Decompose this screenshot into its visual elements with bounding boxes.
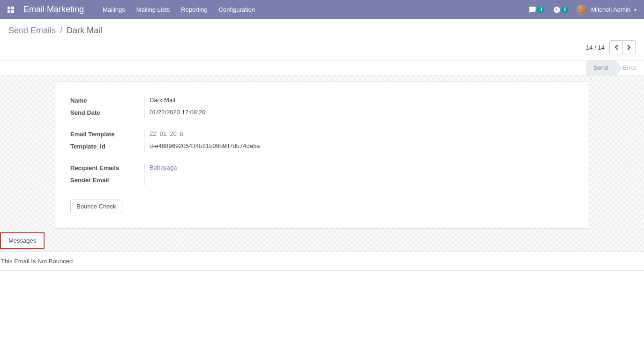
messages-content: This Email Is Not Bounced (0, 252, 644, 271)
topbar-right: 3 6 Mitchell Admin ▾ (529, 5, 637, 15)
chat-icon (529, 6, 536, 14)
pager-next-button[interactable] (622, 40, 636, 54)
pager-text: 14 / 14 (586, 44, 605, 51)
status-bar: Send Error (0, 60, 644, 75)
user-name: Mitchell Admin (591, 6, 630, 13)
field-row-recipient: Recipient Emails Babayaga (70, 164, 574, 173)
button-row: Bounce Check (70, 200, 574, 213)
activity-badge: 6 (562, 7, 569, 13)
recipient-value[interactable]: Babayaga (144, 164, 177, 173)
field-group-template: Email Template 22_01_20_b Template_id d-… (70, 130, 574, 152)
breadcrumb-separator: / (60, 26, 62, 35)
clock-icon (553, 6, 561, 14)
pager-row: 14 / 14 (0, 38, 644, 60)
breadcrumb: Send Emails / Dark Mail (8, 26, 102, 36)
chevron-left-icon (614, 45, 618, 50)
nav-mailings[interactable]: Mailings (103, 6, 125, 13)
discuss-badge: 3 (537, 7, 545, 13)
field-row-sender: Sender Email (70, 176, 574, 186)
pager-buttons (609, 40, 636, 54)
status-send[interactable]: Send (586, 60, 615, 75)
chevron-right-icon (627, 45, 631, 50)
nav-mailing-lists[interactable]: Mailing Lists (136, 6, 170, 13)
avatar (577, 5, 587, 15)
form-sheet: Name Dark Mail Send Date 01/22/2020 17:0… (55, 81, 589, 229)
messages-tab[interactable]: Messages (0, 232, 45, 249)
field-group-emails: Recipient Emails Babayaga Sender Email (70, 164, 574, 186)
field-group-basic: Name Dark Mail Send Date 01/22/2020 17:0… (70, 97, 574, 118)
email-template-label: Email Template (70, 130, 144, 138)
field-row-template-id: Template_id d-e468969205434b81b09b9ff7db… (70, 142, 574, 152)
app-title: Email Marketing (23, 5, 84, 15)
apps-icon[interactable] (7, 7, 14, 13)
user-menu[interactable]: Mitchell Admin ▾ (577, 5, 637, 15)
discuss-button[interactable]: 3 (529, 6, 545, 14)
control-panel: Send Emails / Dark Mail (0, 19, 644, 38)
form-area: Name Dark Mail Send Date 01/22/2020 17:0… (0, 75, 644, 271)
sender-label: Sender Email (70, 176, 144, 184)
template-id-value: d-e468969205434b81b09b9ff7db74da5a (144, 142, 260, 152)
breadcrumb-parent[interactable]: Send Emails (8, 26, 56, 35)
name-label: Name (70, 97, 144, 104)
messages-section: Messages This Email Is Not Bounced (0, 229, 644, 271)
sender-value (144, 176, 150, 186)
name-value: Dark Mail (144, 97, 175, 106)
field-row-name: Name Dark Mail (70, 97, 574, 106)
nav-configuration[interactable]: Configuration (219, 6, 255, 13)
topbar: Email Marketing Mailings Mailing Lists R… (0, 0, 644, 19)
nav-reporting[interactable]: Reporting (181, 6, 207, 13)
recipient-label: Recipient Emails (70, 164, 144, 171)
breadcrumb-current: Dark Mail (67, 26, 102, 35)
send-date-label: Send Date (70, 109, 144, 116)
activity-button[interactable]: 6 (553, 6, 569, 14)
email-template-value[interactable]: 22_01_20_b (144, 130, 183, 140)
pager-prev-button[interactable] (609, 40, 622, 54)
top-nav: Mailings Mailing Lists Reporting Configu… (103, 6, 255, 13)
caret-down-icon: ▾ (634, 7, 637, 12)
send-date-value: 01/22/2020 17:08:20 (144, 109, 205, 118)
field-row-send-date: Send Date 01/22/2020 17:08:20 (70, 109, 574, 118)
field-row-email-template: Email Template 22_01_20_b (70, 130, 574, 140)
bounce-check-button[interactable]: Bounce Check (70, 200, 122, 213)
template-id-label: Template_id (70, 142, 144, 150)
